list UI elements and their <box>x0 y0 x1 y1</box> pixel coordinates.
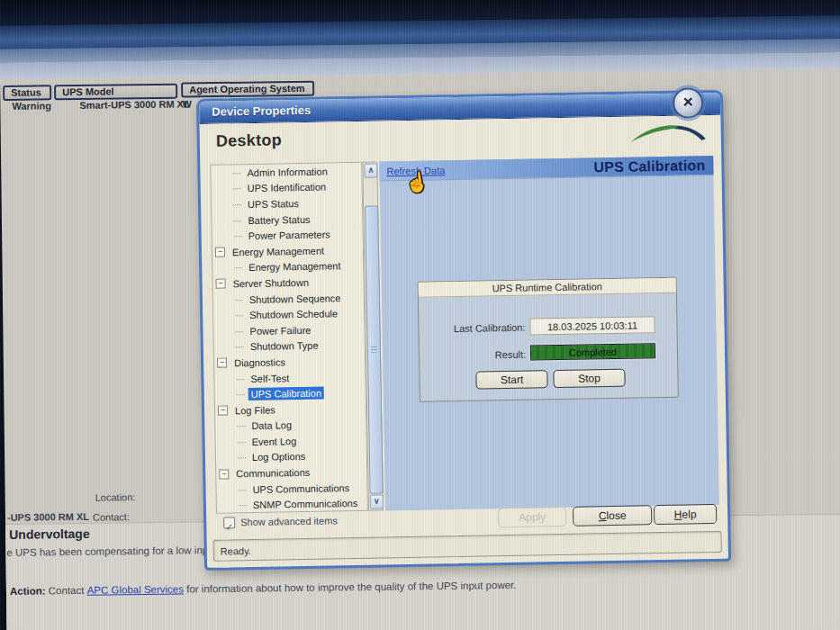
tree-item-label: Server Shutdown <box>230 276 312 291</box>
tree-item-label: Admin Information <box>244 165 330 179</box>
tree-item-label: Log Options <box>249 450 309 464</box>
tree-connector <box>234 266 242 268</box>
tree-item-label: Event Log <box>249 435 300 448</box>
column-header-ups-model[interactable]: UPS Model <box>54 84 177 101</box>
device-model-cell: Smart-UPS 3000 RM XL <box>79 98 189 110</box>
photographed-monitor: Status UPS Model Agent Operating System … <box>0 0 840 630</box>
tree-item-snmp-communications[interactable]: SNMP Communications <box>217 495 367 513</box>
tree-connector <box>234 235 242 237</box>
tree-item-label: Log Files <box>232 403 278 417</box>
collapse-icon[interactable]: − <box>215 279 225 289</box>
close-icon: × <box>682 92 692 111</box>
collapse-icon[interactable]: − <box>215 248 225 257</box>
tree-connector <box>235 330 243 332</box>
contact-label: Contact: <box>93 511 130 522</box>
apc-global-services-link[interactable]: APC Global Services <box>87 584 185 596</box>
dialog-body: Desktop Admin Information UPS Identifica… <box>199 115 728 568</box>
tree-connector <box>238 457 246 459</box>
event-title: Undervoltage <box>9 526 90 542</box>
tree-item-label: SNMP Communications <box>250 497 361 511</box>
column-header-agent-os[interactable]: Agent Operating System <box>181 81 314 98</box>
result-label: Result: <box>420 349 526 362</box>
tree-connector <box>237 425 245 427</box>
tree-connector <box>239 489 247 490</box>
collapse-icon[interactable]: − <box>217 358 227 368</box>
result-progress-bar: Completed <box>530 343 655 360</box>
apply-button[interactable]: Apply <box>498 507 566 527</box>
action-label: Action: <box>10 585 46 596</box>
close-dialog-button[interactable]: Close <box>573 505 652 526</box>
tree-item-label: UPS Status <box>245 197 302 211</box>
tree-connector <box>235 299 243 301</box>
show-advanced-checkbox[interactable]: ✓ <box>223 517 235 528</box>
last-calibration-label: Last Calibration: <box>419 322 525 335</box>
collapse-icon[interactable]: − <box>218 406 228 416</box>
tree-item-label: Shutdown Sequence <box>247 292 344 306</box>
tree-item-label: Power Failure <box>247 323 313 337</box>
tree-connector <box>232 172 240 174</box>
location-label: Location: <box>95 491 136 503</box>
tree-connector <box>236 346 244 347</box>
apply-button-label: Apply <box>519 510 546 524</box>
collapse-icon[interactable]: − <box>219 469 229 479</box>
scroll-up-icon[interactable]: ∧ <box>364 163 377 177</box>
tree-connector <box>233 188 241 190</box>
tree-item-label: Shutdown Type <box>248 339 321 353</box>
tree-item-label: Diagnostics <box>231 356 288 369</box>
panel-header: Refresh Data UPS Calibration <box>379 156 713 181</box>
tree-connector <box>239 504 247 506</box>
navigation-tree: Admin Information UPS Identification UPS… <box>210 162 368 514</box>
runtime-calibration-groupbox: UPS Runtime Calibration Last Calibration… <box>418 277 679 402</box>
last-calibration-field[interactable]: 18.03.2025 10:03:11 <box>529 316 655 335</box>
help-button[interactable]: Help <box>654 504 717 525</box>
tree-connector <box>233 220 241 221</box>
content-panel: Refresh Data UPS Calibration ☝ UPS Runti… <box>379 156 719 510</box>
tree-item-label: Energy Management <box>246 260 343 274</box>
close-button-label: Close <box>599 509 627 523</box>
tree-item-label: Energy Management <box>230 244 327 258</box>
tree-connector <box>235 314 243 316</box>
tree-item-label: Power Parameters <box>246 229 333 243</box>
tree-connector <box>233 203 241 205</box>
tree-connector <box>237 393 245 395</box>
tree-item-label: Battery Status <box>245 212 312 226</box>
device-os-cell-clipped: W <box>182 98 192 109</box>
tree-item-label: Self-Test <box>248 372 292 385</box>
hand-cursor-icon: ☝ <box>403 170 430 195</box>
tree-item-label: Shutdown Schedule <box>247 307 340 321</box>
device-status-cell: Warning <box>12 100 51 112</box>
help-button-label: Help <box>674 508 697 520</box>
tree-connector <box>236 378 244 380</box>
tree-item-label: UPS Identification <box>245 181 330 195</box>
tree-item-label: Data Log <box>248 418 294 432</box>
start-button[interactable]: Start <box>475 370 547 389</box>
tree-item-label: Communications <box>233 466 312 481</box>
apc-swoosh-logo <box>629 121 707 145</box>
tree-item-label: UPS Communications <box>249 482 352 496</box>
groupbox-title: UPS Runtime Calibration <box>419 278 676 298</box>
model-fragment: -UPS 3000 RM XL <box>7 511 89 523</box>
page-title: UPS Calibration <box>593 158 705 176</box>
scroll-down-icon[interactable]: ∨ <box>370 494 384 508</box>
check-icon: ✓ <box>225 521 233 532</box>
status-bar: Ready. <box>213 531 722 562</box>
show-advanced-label: Show advanced items <box>240 515 338 527</box>
tree-connector <box>238 441 246 443</box>
tree-item-label-selected: UPS Calibration <box>248 387 324 400</box>
action-text: Contact <box>49 585 85 596</box>
section-header: Desktop <box>216 130 282 150</box>
device-properties-dialog: Device Properties × Desktop Admin Inform… <box>196 90 731 571</box>
stop-button-label: Stop <box>578 372 601 384</box>
column-header-status[interactable]: Status <box>3 85 51 101</box>
start-button-label: Start <box>501 374 524 386</box>
stop-button[interactable]: Stop <box>553 369 625 388</box>
